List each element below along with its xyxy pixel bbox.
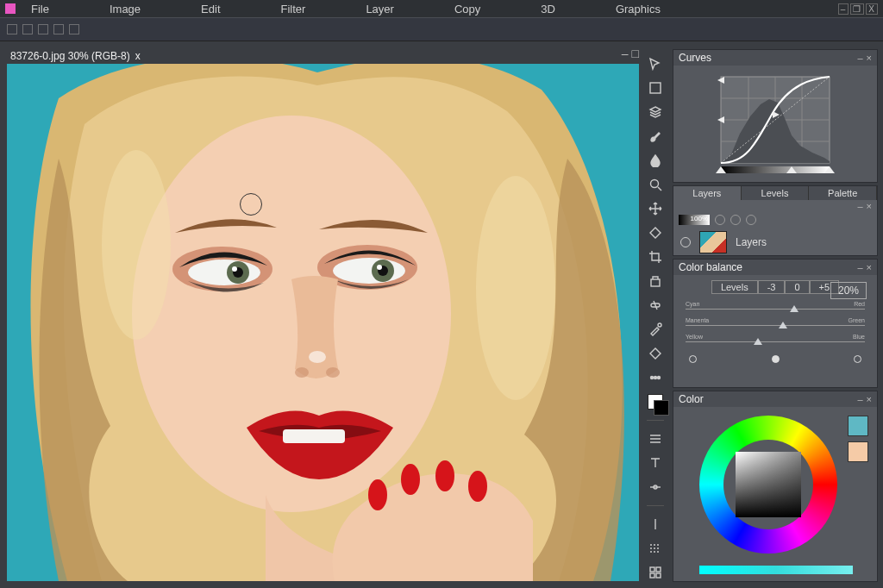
slider-track xyxy=(686,341,865,342)
menu-layer[interactable]: Layer xyxy=(366,3,394,16)
move-arrows-icon[interactable] xyxy=(648,201,663,216)
slider-label: Manenta xyxy=(686,317,709,323)
menu-edit[interactable]: Edit xyxy=(201,3,220,16)
tab-layers[interactable]: Layers xyxy=(673,186,742,200)
panel-minimize-icon[interactable]: – xyxy=(857,394,862,404)
sv-box[interactable] xyxy=(736,452,801,517)
option-icon[interactable] xyxy=(22,24,33,34)
slider-yellow-blue[interactable]: Yellow Blue xyxy=(686,334,865,347)
menu-image[interactable]: Image xyxy=(110,3,141,16)
crop-tool-icon[interactable] xyxy=(648,249,663,265)
close-button[interactable]: X xyxy=(866,3,878,15)
maximize-button[interactable]: ❐ xyxy=(850,3,864,15)
percent-box[interactable]: 20% xyxy=(830,282,867,299)
close-tab-icon[interactable]: x xyxy=(135,50,141,62)
levels-value[interactable]: -3 xyxy=(758,280,786,294)
panel-close-icon[interactable]: × xyxy=(867,394,872,404)
slider-label: Yellow xyxy=(686,334,703,340)
more-tools-icon[interactable] xyxy=(648,370,663,385)
text-tool-icon[interactable] xyxy=(648,455,663,471)
visibility-toggle-icon[interactable] xyxy=(680,237,691,247)
bucket-tool-icon[interactable] xyxy=(648,225,663,241)
option-icon[interactable] xyxy=(53,24,64,34)
heal-tool-icon[interactable] xyxy=(648,297,663,313)
color-swatch-icon[interactable] xyxy=(648,394,663,410)
brush-cursor-icon xyxy=(240,193,262,216)
panel-title-bar[interactable]: Color –× xyxy=(673,391,877,407)
separator xyxy=(647,505,664,506)
panel-close-icon[interactable]: × xyxy=(867,201,872,211)
adjustment-icon[interactable] xyxy=(715,215,725,225)
slider-knob[interactable] xyxy=(790,305,798,312)
hue-strip[interactable] xyxy=(699,566,853,574)
levels-label: Levels xyxy=(711,280,758,294)
panel-title-bar[interactable]: Color balance –× xyxy=(673,260,877,275)
option-icon[interactable] xyxy=(69,24,79,34)
doc-minimize-icon[interactable]: – xyxy=(622,48,629,62)
tone-range-dots xyxy=(673,350,877,363)
menu-file[interactable]: File xyxy=(31,3,49,16)
panel-title: Color balance xyxy=(679,261,742,273)
panel-minimize-icon[interactable]: – xyxy=(857,201,862,211)
eraser-tool-icon[interactable] xyxy=(648,346,663,361)
panel-minimize-icon[interactable]: – xyxy=(857,53,862,63)
grid-icon[interactable] xyxy=(648,565,663,580)
tab-palette[interactable]: Palette xyxy=(809,186,877,200)
document-tab[interactable]: 83726-0.jpg 30% (RGB-8) x xyxy=(10,50,141,62)
panel-close-icon[interactable]: × xyxy=(867,262,872,272)
panel-minimize-icon[interactable]: – xyxy=(857,262,862,272)
blur-tool-icon[interactable] xyxy=(648,153,663,168)
clone-tool-icon[interactable] xyxy=(648,273,663,289)
eyedropper-tool-icon[interactable] xyxy=(648,322,663,337)
tool-strip xyxy=(643,49,667,584)
menu-graphics[interactable]: Graphics xyxy=(616,3,661,16)
fx-icon[interactable] xyxy=(746,215,756,225)
svg-point-10 xyxy=(232,266,237,272)
svg-rect-31 xyxy=(650,567,654,572)
doc-maximize-icon[interactable]: □ xyxy=(632,48,639,62)
slider-magenta-green[interactable]: Manenta Green xyxy=(686,317,865,331)
curves-graph[interactable] xyxy=(673,66,877,182)
swatch-a[interactable] xyxy=(848,416,868,436)
svg-point-29 xyxy=(658,377,661,379)
zoom-tool-icon[interactable] xyxy=(648,177,663,192)
svg-rect-33 xyxy=(650,573,654,578)
levels-value[interactable]: 0 xyxy=(785,280,809,294)
svg-point-23 xyxy=(651,180,659,188)
sliders: Cyan Red Manenta Green Yellow Blue xyxy=(673,297,877,347)
mask-icon[interactable] xyxy=(730,215,741,225)
horizon-icon[interactable] xyxy=(648,479,663,495)
menu-filter[interactable]: Filter xyxy=(281,3,306,16)
layers-icon[interactable] xyxy=(648,104,663,120)
minimize-button[interactable]: – xyxy=(838,3,849,15)
align-icon[interactable] xyxy=(648,431,663,447)
panel-title-bar[interactable]: Curves –× xyxy=(673,50,877,66)
svg-rect-32 xyxy=(656,567,661,572)
swatch-b[interactable] xyxy=(848,441,868,462)
option-icon[interactable] xyxy=(38,24,48,34)
line-tool-icon[interactable] xyxy=(648,516,663,532)
shadows-dot[interactable] xyxy=(689,355,697,363)
brush-tool-icon[interactable] xyxy=(648,128,663,144)
panel-close-icon[interactable]: × xyxy=(867,53,872,63)
highlights-dot[interactable] xyxy=(854,355,861,363)
move-tool-icon[interactable] xyxy=(648,56,663,72)
option-icon[interactable] xyxy=(7,24,17,34)
canvas[interactable] xyxy=(7,64,639,581)
midtones-dot[interactable] xyxy=(772,355,780,363)
svg-point-28 xyxy=(654,377,657,379)
gradient-tool-icon[interactable] xyxy=(648,541,663,556)
tab-levels[interactable]: Levels xyxy=(742,186,810,200)
layer-row[interactable]: Layers xyxy=(673,228,877,257)
slider-knob[interactable] xyxy=(779,322,787,328)
marquee-tool-icon[interactable] xyxy=(648,80,663,96)
opacity-input[interactable]: 100% xyxy=(679,215,710,225)
color-panel: Color –× xyxy=(673,391,878,582)
layer-name[interactable]: Layers xyxy=(736,236,767,248)
menu-copy[interactable]: Copy xyxy=(454,3,480,16)
slider-knob[interactable] xyxy=(754,338,762,345)
svg-point-14 xyxy=(309,351,326,363)
slider-cyan-red[interactable]: Cyan Red xyxy=(686,301,865,315)
svg-point-20 xyxy=(102,150,171,340)
menu-3d[interactable]: 3D xyxy=(541,3,555,16)
